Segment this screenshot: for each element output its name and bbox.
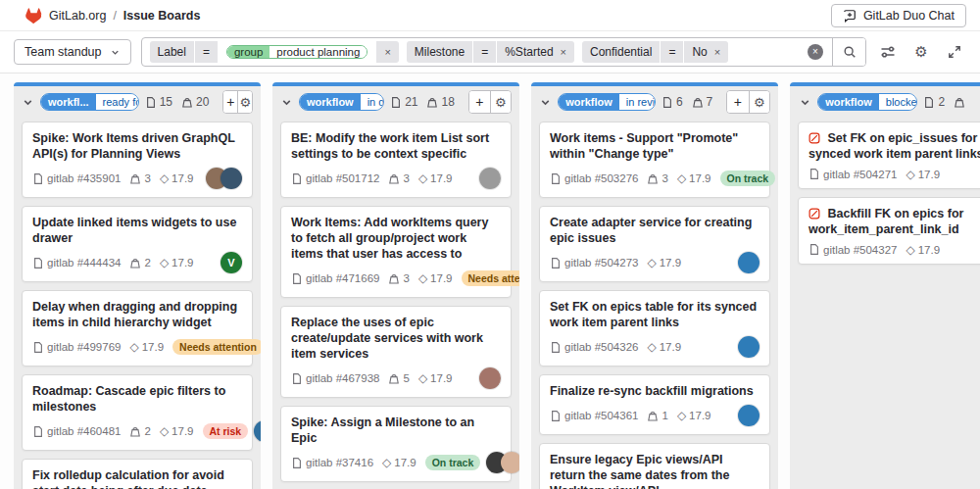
weight-icon (129, 425, 141, 438)
assignee-avatars[interactable] (738, 336, 760, 358)
card-ref: gitlab #37416 (291, 457, 373, 469)
duo-chat-button[interactable]: GitLab Duo Chat (831, 4, 966, 27)
issue-card[interactable]: Backfill FK on epics for work_item_paren… (798, 197, 980, 265)
toggle-focus-mode-button[interactable] (943, 40, 966, 64)
plus-icon: + (475, 94, 483, 110)
add-issue-button[interactable]: + (469, 91, 490, 113)
assignee-avatars[interactable] (479, 168, 501, 189)
issue-card[interactable]: Work Items: Add workItems query to fetch… (280, 206, 512, 298)
issue-card[interactable]: Fix rolledup calculation for avoid start… (22, 459, 253, 489)
issues-count-value: 2 (938, 95, 945, 109)
add-issue-button[interactable]: + (223, 91, 237, 113)
column-header-buttons: + ⚙ (468, 90, 512, 114)
card-ref-text: gitlab #504326 (564, 341, 638, 353)
card-title-row: Spike: Work Items driven GraphQL API(s) … (32, 130, 242, 162)
weight-count: 18 (426, 95, 454, 109)
issue-card[interactable]: Create adapter service for creating epic… (539, 206, 770, 282)
iteration-icon: ◇ (906, 169, 914, 180)
token-close-icon[interactable]: × (708, 46, 720, 58)
issues-count: 6 (662, 95, 683, 109)
filter-token[interactable]: Label = group product planning × (150, 41, 399, 63)
card-ref-text: gitlab #504273 (564, 257, 638, 269)
clear-search-icon[interactable]: × (808, 44, 823, 60)
token-close-icon[interactable]: × (554, 46, 566, 58)
card-iteration-value: 17.9 (660, 257, 681, 269)
issue-card[interactable]: Delay when dragging and dropping items i… (22, 290, 253, 367)
card-title: Backfill FK on epics for work_item_paren… (808, 207, 963, 236)
assignee-avatars[interactable] (206, 168, 242, 189)
iteration-icon: ◇ (647, 341, 656, 353)
filter-token[interactable]: Confidential = No × (582, 41, 728, 63)
assignee-avatars[interactable] (738, 405, 760, 426)
board-switcher-dropdown[interactable]: Team standup (14, 39, 131, 65)
collapse-column-chevron-down-icon[interactable] (539, 94, 552, 110)
iteration-icon: ◇ (677, 410, 686, 421)
avatar[interactable] (479, 168, 501, 189)
add-issue-button[interactable]: + (727, 91, 748, 113)
column-scoped-label: workflow blocked (817, 93, 917, 111)
issue-card[interactable]: Work items - Support "Promote" within "C… (539, 122, 770, 198)
card-weight: 3 (129, 172, 150, 185)
issue-card[interactable]: Spike: Work Items driven GraphQL API(s) … (22, 122, 253, 198)
card-weight: 3 (388, 172, 409, 185)
plus-icon: + (734, 94, 742, 110)
issue-card[interactable]: BE: Modify the work item List sort setti… (280, 122, 512, 198)
iteration-icon: ◇ (160, 257, 169, 269)
weight-icon (388, 372, 400, 385)
column-settings-button[interactable]: ⚙ (490, 91, 511, 113)
issue-card[interactable]: Set FK on epics table for its synced wor… (539, 290, 770, 367)
board-settings-button[interactable]: ⚙ (909, 40, 933, 64)
filter-token[interactable]: Milestone = %Started × (407, 41, 574, 63)
avatar[interactable] (738, 405, 760, 426)
issue-card[interactable]: Finalize re-sync backfill migrations git… (539, 374, 770, 435)
breadcrumb-group-link[interactable]: GitLab.org (49, 9, 106, 23)
column-label-value: in dev (361, 94, 384, 110)
issue-icon (662, 96, 673, 109)
avatar[interactable] (220, 168, 242, 189)
issue-card[interactable]: Roadmap: Cascade epic filters to milesto… (22, 374, 253, 451)
card-iteration: ◇ 17.9 (418, 372, 453, 384)
avatar[interactable]: V (220, 252, 242, 273)
issue-card[interactable]: Set FK on epic_issues for its synced wor… (798, 122, 980, 189)
avatar[interactable] (738, 252, 760, 273)
column-label-value: ready for developme... (96, 94, 139, 110)
card-title: Update linked items widgets to use drawe… (32, 216, 236, 245)
collapse-column-chevron-down-icon[interactable] (280, 94, 293, 110)
assignee-avatars[interactable] (738, 252, 760, 273)
collapse-column-chevron-down-icon[interactable] (798, 94, 811, 110)
card-title-row: Fix rolledup calculation for avoid start… (32, 467, 242, 489)
iteration-icon: ◇ (647, 257, 656, 269)
issue-card[interactable]: Update linked items widgets to use drawe… (22, 206, 253, 282)
card-iteration-value: 17.9 (918, 169, 940, 180)
card-iteration-value: 17.9 (660, 341, 681, 353)
iteration-icon: ◇ (418, 272, 427, 284)
issue-card[interactable]: Spike: Assign a Milestone to an Epic git… (280, 406, 512, 482)
token-value-text: No (692, 45, 707, 59)
filter-field-actions: × (808, 38, 865, 66)
search-button[interactable] (832, 38, 865, 66)
column-settings-button[interactable]: ⚙ (237, 91, 252, 113)
avatar[interactable] (501, 452, 519, 473)
column-settings-button[interactable]: ⚙ (749, 91, 769, 113)
card-weight: 3 (388, 272, 409, 285)
card-ref-text: gitlab #504327 (823, 244, 897, 256)
card-iteration: ◇ 17.9 (677, 410, 711, 421)
issue-card[interactable]: Ensure legacy Epic views/API return the … (539, 443, 770, 489)
issues-count: 2 (923, 95, 945, 109)
filtered-search-field[interactable]: Label = group product planning × Milesto… (141, 37, 866, 67)
issue-card[interactable]: Replace the uses of epic create/update s… (280, 306, 512, 398)
assignee-avatars[interactable] (254, 420, 261, 442)
avatar[interactable] (479, 367, 501, 389)
assignee-avatars[interactable] (479, 367, 501, 389)
card-iteration-value: 17.9 (430, 372, 452, 384)
iteration-icon: ◇ (418, 172, 427, 184)
board-config-sliders-button[interactable] (876, 40, 900, 64)
token-close-icon[interactable]: × (376, 41, 398, 63)
weight-icon (426, 96, 438, 109)
collapse-column-chevron-down-icon[interactable] (22, 94, 34, 110)
avatar[interactable] (254, 420, 261, 442)
avatar[interactable] (738, 336, 760, 358)
card-weight-value: 2 (144, 425, 150, 437)
assignee-avatars[interactable]: V (220, 252, 242, 273)
assignee-avatars[interactable] (486, 452, 519, 473)
